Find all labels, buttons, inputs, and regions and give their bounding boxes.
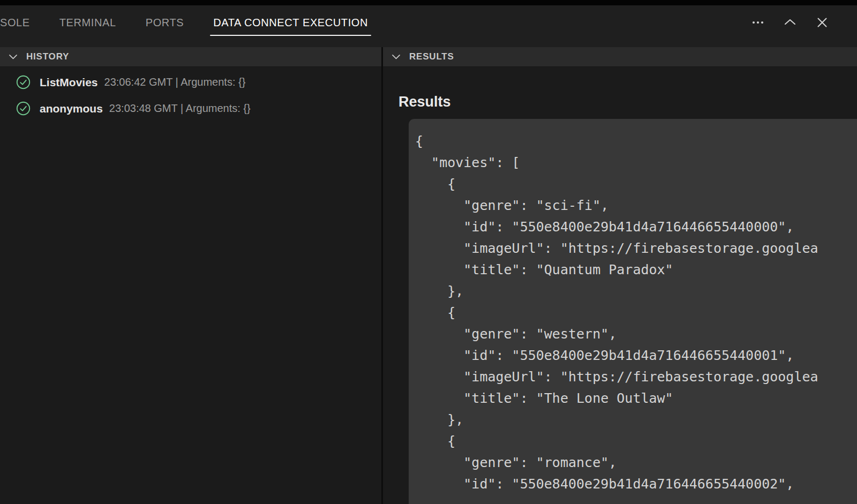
more-actions-button[interactable]: [748, 13, 767, 32]
chevron-up-icon: [784, 16, 796, 29]
chevron-down-icon: [391, 52, 401, 62]
panel-tab[interactable]: SOLE: [0, 17, 30, 29]
success-check-icon: [16, 101, 31, 116]
success-check-icon: [16, 75, 31, 89]
panel-tabbar: SOLE TERMINAL PORTS DATA CONNECT EXECUTI…: [0, 5, 857, 47]
results-json-output: { "movies": [ { "genre": "sci-fi", "id":…: [409, 119, 857, 504]
results-section-title: RESULTS: [409, 51, 454, 62]
panel-content: HISTORY ListMovies 23:06:42 GMT | Argume…: [0, 47, 857, 504]
maximize-panel-button[interactable]: [780, 13, 799, 32]
results-panel: RESULTS Results { "movies": [ { "genre":…: [383, 47, 857, 504]
panel-actions: [748, 13, 831, 32]
history-item[interactable]: anonymous 23:03:48 GMT | Arguments: {}: [0, 95, 381, 122]
history-list: ListMovies 23:06:42 GMT | Arguments: {} …: [0, 67, 381, 122]
history-item-meta: 23:06:42 GMT | Arguments: {}: [104, 76, 246, 88]
panel-tab[interactable]: TERMINAL: [59, 17, 116, 29]
history-panel: HISTORY ListMovies 23:06:42 GMT | Argume…: [0, 47, 381, 504]
editor-edge-strip: [0, 0, 857, 5]
close-panel-button[interactable]: [813, 13, 831, 32]
data-connect-execution-panel: SOLE TERMINAL PORTS DATA CONNECT EXECUTI…: [0, 0, 857, 504]
panel-tab[interactable]: DATA CONNECT EXECUTION: [213, 17, 368, 29]
close-icon: [816, 16, 829, 29]
results-heading: Results: [399, 94, 451, 110]
panel-tabs: SOLE TERMINAL PORTS DATA CONNECT EXECUTI…: [0, 17, 368, 29]
history-section-header[interactable]: HISTORY: [0, 47, 381, 67]
history-item-meta: 23:03:48 GMT | Arguments: {}: [109, 102, 251, 115]
history-section-title: HISTORY: [26, 51, 69, 62]
history-item[interactable]: ListMovies 23:06:42 GMT | Arguments: {}: [0, 69, 381, 95]
panel-tab[interactable]: PORTS: [146, 17, 184, 29]
results-body: Results { "movies": [ { "genre": "sci-fi…: [383, 67, 857, 504]
history-item-name: ListMovies: [40, 76, 98, 89]
chevron-down-icon: [8, 52, 18, 62]
history-item-name: anonymous: [40, 102, 103, 115]
ellipsis-icon: [751, 16, 764, 29]
results-section-header[interactable]: RESULTS: [383, 47, 857, 67]
